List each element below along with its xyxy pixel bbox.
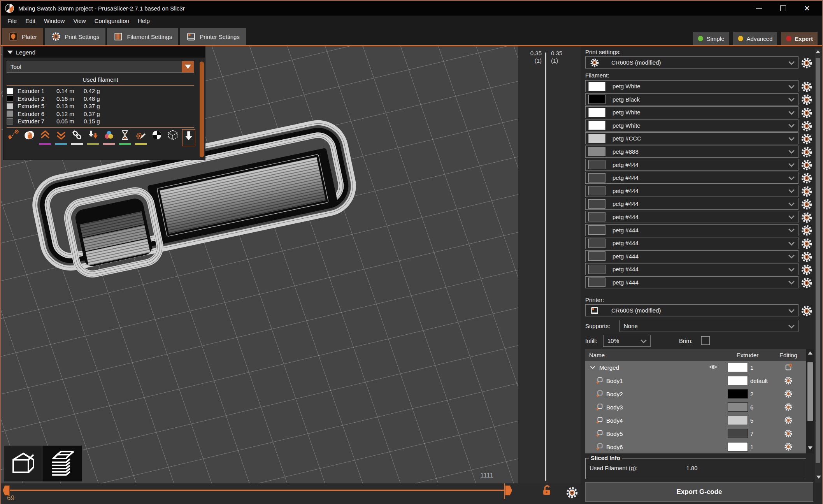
scrollbar-thumb[interactable] [807,362,813,421]
maximize-button[interactable] [771,1,795,16]
tab-printer-settings[interactable]: Printer Settings [180,28,246,45]
settings-gear-icon[interactable] [784,429,793,438]
3d-editor-view-button[interactable] [4,446,43,481]
menu-item-view[interactable]: View [69,17,90,25]
object-row-body4[interactable]: Body4 5 [585,414,806,427]
filament-combo[interactable]: petg #444 [585,250,798,262]
filament-gear-button[interactable] [801,146,812,158]
extruder-color-swatch[interactable] [728,389,748,399]
legend-toggle-center-of-mass-icon[interactable] [150,129,163,145]
filament-combo[interactable]: petg #444 [585,276,798,288]
legend-toggle-deretractions-icon[interactable] [54,129,68,145]
scroll-up-arrow-icon[interactable] [816,50,820,53]
extruder-color-swatch[interactable] [728,429,748,438]
export-gcode-button[interactable]: Export G-code [585,482,813,502]
menu-item-file[interactable]: File [3,17,21,25]
menu-item-edit[interactable]: Edit [21,17,40,25]
filament-combo[interactable]: petg #444 [585,185,798,197]
tab-filament-settings[interactable]: Filament Settings [107,28,178,45]
extruder-color-swatch[interactable] [728,402,748,412]
filament-gear-button[interactable] [801,264,812,276]
scrollbar-thumb[interactable] [816,58,820,463]
unlock-icon[interactable] [542,485,553,496]
object-list-scrollbar[interactable] [806,349,814,453]
object-row-body3[interactable]: Body3 6 [585,400,806,414]
legend-toggle-pause-prints-icon[interactable] [118,129,132,145]
settings-gear-icon[interactable] [784,376,793,385]
legend-toggle-travels-icon[interactable] [7,129,20,145]
layer-slider-track[interactable] [545,53,546,481]
legend-toggle-color-changes-icon[interactable] [102,129,116,145]
filament-gear-button[interactable] [801,81,812,93]
filament-gear-button[interactable] [801,107,812,119]
supports-combo[interactable]: None [619,320,798,332]
settings-gear-icon[interactable] [784,443,793,451]
extruder-color-swatch[interactable] [728,376,748,385]
extruder-color-swatch[interactable] [728,416,748,425]
dropdown-arrow-icon[interactable] [182,61,194,72]
infill-combo[interactable]: 10% [603,335,651,347]
scroll-up-arrow-icon[interactable] [808,351,812,355]
filament-combo[interactable]: petg #888 [585,146,798,158]
filament-combo[interactable]: petg #CCC [585,132,798,144]
object-row-body1[interactable]: Body1 default [585,374,806,387]
legend-toggle-tool-marker-icon[interactable] [182,129,195,146]
filament-gear-button[interactable] [801,251,812,263]
filament-gear-button[interactable] [801,133,812,145]
filament-combo[interactable]: petg #444 [585,211,798,223]
brim-checkbox[interactable] [701,336,710,345]
filament-combo[interactable]: petg #444 [585,159,798,171]
filament-gear-button[interactable] [801,172,812,184]
preview-view-button[interactable] [43,446,82,481]
settings-gear-icon[interactable] [784,416,793,425]
modified-settings-icon[interactable] [784,363,793,372]
scroll-down-arrow-icon[interactable] [808,446,812,450]
filament-combo[interactable]: petg Black [585,93,798,105]
print-settings-gear-button[interactable] [801,57,812,69]
filament-combo[interactable]: petg #444 [585,198,798,210]
mode-simple[interactable]: Simple [693,32,729,45]
filament-combo[interactable]: petg White [585,106,798,118]
move-slider-right-thumb[interactable] [505,485,512,495]
collapse-chevron-icon[interactable] [588,363,597,372]
filament-combo[interactable]: petg #444 [585,263,798,275]
object-row-body5[interactable]: Body5 7 [585,427,806,440]
mode-expert[interactable]: Expert [781,32,818,45]
scroll-down-arrow-icon[interactable] [816,476,821,479]
object-row-merged[interactable]: Merged 1 [585,361,806,374]
sidebar-scrollbar[interactable] [815,49,821,483]
filament-gear-button[interactable] [801,198,812,210]
view-type-select[interactable]: Tool [7,61,194,73]
tab-plater[interactable]: Plater [2,28,43,45]
minimize-button[interactable] [747,1,771,16]
printer-combo[interactable]: CR600S (modified) [585,304,798,316]
3d-viewport[interactable]: Legend Tool Used filament Extruder 1 0.1… [1,46,518,483]
legend-toggle-tool-changes-icon[interactable] [86,129,100,145]
filament-combo[interactable]: petg #444 [585,237,798,249]
filament-gear-button[interactable] [801,238,812,249]
filament-combo[interactable]: petg White [585,119,798,132]
object-row-body6[interactable]: Body6 1 [585,440,806,453]
printer-gear-button[interactable] [801,305,812,317]
extruder-color-swatch[interactable] [728,363,748,372]
legend-toggle-custom-gcodes-icon[interactable] [134,129,147,145]
settings-gear-icon[interactable] [784,390,793,398]
eye-icon[interactable] [709,363,718,371]
settings-gear-icon[interactable] [784,403,793,411]
filament-combo[interactable]: petg #444 [585,172,798,184]
menu-item-window[interactable]: Window [40,17,69,25]
close-button[interactable]: ✕ [795,1,819,16]
filament-gear-button[interactable] [801,186,812,197]
extruder-color-swatch[interactable] [728,442,748,451]
object-row-body2[interactable]: Body2 2 [585,387,806,400]
legend-toggle-retractions-icon[interactable] [39,129,52,145]
filament-combo[interactable]: petg #444 [585,224,798,236]
filament-gear-button[interactable] [801,120,812,132]
filament-gear-button[interactable] [801,277,812,289]
tab-print-settings[interactable]: Print Settings [45,28,105,45]
legend-toggle-wipe-icon[interactable] [23,129,36,145]
legend-toggle-shells-icon[interactable] [166,129,179,145]
filament-gear-button[interactable] [801,159,812,171]
menu-item-configuration[interactable]: Configuration [90,17,133,25]
filament-gear-button[interactable] [801,94,812,105]
